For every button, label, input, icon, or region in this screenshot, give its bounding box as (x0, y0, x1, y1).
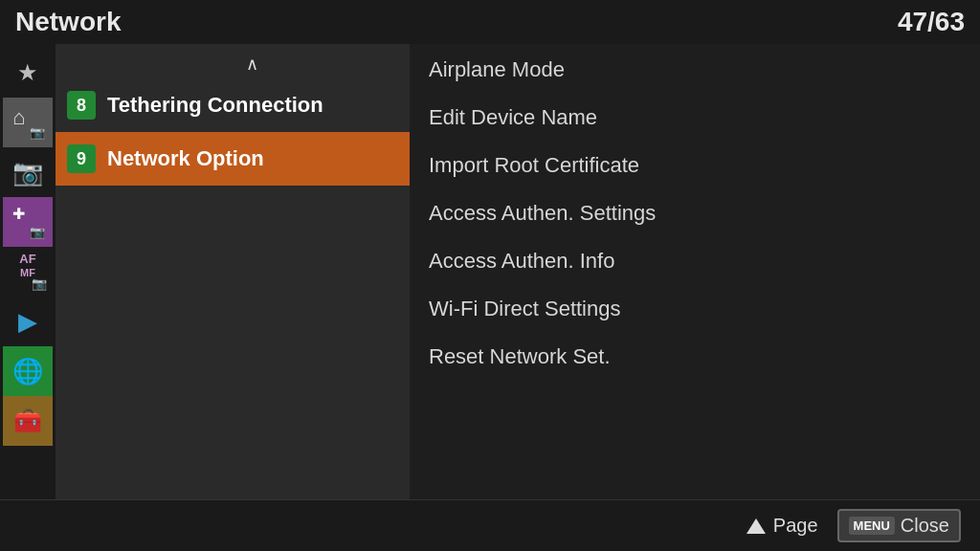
page-label: Page (773, 515, 818, 537)
sidebar-item-tools[interactable]: 🧰 (3, 396, 53, 446)
right-menu-airplane-mode[interactable]: Airplane Mode (429, 44, 961, 94)
footer-close-button[interactable]: MENU Close (837, 509, 961, 542)
up-arrow: ∧ (94, 52, 410, 78)
menu-item-label-tethering: Tethering Connection (107, 93, 323, 118)
menu-button-label: MENU (849, 517, 895, 535)
right-menu-edit-device-name[interactable]: Edit Device Name (429, 94, 961, 142)
header: Network 47/63 (0, 0, 980, 44)
menu-item-label-network-option: Network Option (107, 146, 264, 171)
toolbox-icon: 🧰 (13, 408, 42, 434)
play-icon: ▶ (18, 307, 37, 337)
right-menu-access-authen-info[interactable]: Access Authen. Info (429, 237, 961, 285)
camera2-icon-stack: ✚ 📷 (11, 205, 45, 239)
star-icon: ★ (17, 59, 38, 86)
sidebar-item-network[interactable]: 🌐 (3, 346, 53, 396)
af-icon-stack: AFMF 📷 (9, 253, 47, 291)
menu-item-tethering[interactable]: 8 Tethering Connection (56, 78, 410, 132)
sidebar-item-home-camera[interactable]: ⌂ 📷 (3, 98, 53, 147)
menu-item-network-option[interactable]: 9 Network Option (56, 132, 410, 186)
af-camera-icon: 📷 (32, 276, 47, 291)
page-triangle-icon (746, 518, 766, 534)
menu-area: ∧ 8 Tethering Connection 9 Network Optio… (56, 44, 980, 499)
camera-sub-icon: 📷 (30, 125, 45, 140)
sidebar-item-camera1[interactable]: 📷 (3, 147, 53, 197)
home-icon: ⌂ (12, 105, 25, 130)
home-camera-icon-stack: ⌂ 📷 (11, 105, 45, 140)
right-menu-reset-network[interactable]: Reset Network Set. (429, 333, 961, 381)
menu-item-number-9: 9 (67, 144, 96, 173)
footer: Page MENU Close (0, 499, 980, 551)
close-label: Close (901, 515, 949, 537)
sidebar: ★ ⌂ 📷 📷 ✚ 📷 AFMF 📷 ▶ � (0, 44, 56, 499)
left-menu: ∧ 8 Tethering Connection 9 Network Optio… (56, 44, 410, 499)
sidebar-item-favorites[interactable]: ★ (3, 48, 53, 98)
camera1-icon: 📷 (12, 158, 43, 187)
sidebar-item-af[interactable]: AFMF 📷 (3, 247, 53, 297)
right-menu: Airplane Mode Edit Device Name Import Ro… (410, 44, 980, 499)
sidebar-item-playback[interactable]: ▶ (3, 297, 53, 346)
main-content: ★ ⌂ 📷 📷 ✚ 📷 AFMF 📷 ▶ � (0, 44, 980, 499)
page-title: Network (15, 7, 121, 37)
right-menu-import-root-cert[interactable]: Import Root Certificate (429, 142, 961, 189)
right-menu-access-authen-settings[interactable]: Access Authen. Settings (429, 189, 961, 237)
right-menu-wifi-direct[interactable]: Wi-Fi Direct Settings (429, 285, 961, 333)
sidebar-item-camera2[interactable]: ✚ 📷 (3, 197, 53, 247)
footer-page-control[interactable]: Page (746, 515, 818, 537)
camera2-sub-icon: 📷 (30, 225, 45, 239)
plus-icon: ✚ (12, 205, 25, 223)
menu-item-number-8: 8 (67, 91, 96, 120)
globe-icon: 🌐 (12, 357, 43, 386)
page-counter: 47/63 (898, 7, 965, 37)
